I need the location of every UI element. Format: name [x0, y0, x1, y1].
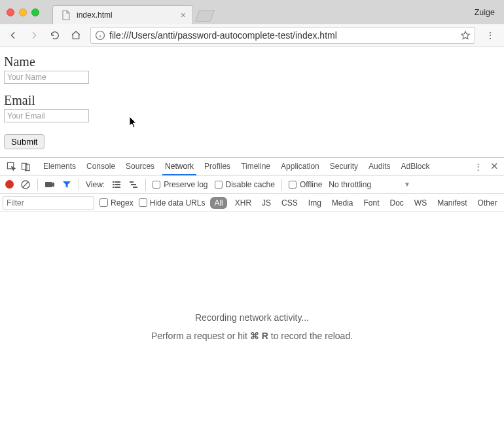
offline-label: Offline [300, 180, 322, 189]
regex-checkbox[interactable]: Regex [99, 198, 134, 208]
devtools-tab-console[interactable]: Console [81, 158, 120, 175]
svg-rect-8 [113, 184, 115, 185]
throttling-dropdown[interactable]: No throttling ▼ [329, 180, 410, 189]
large-rows-icon[interactable] [111, 179, 122, 190]
site-info-icon[interactable] [95, 30, 105, 41]
svg-rect-5 [45, 182, 52, 187]
network-toolbar: View: Preserve log Disable cache Offline… [0, 175, 504, 194]
svg-rect-10 [113, 187, 115, 188]
devtools-tab-adblock[interactable]: AdBlock [395, 158, 435, 175]
svg-rect-9 [115, 184, 120, 185]
address-bar[interactable]: file:///Users/antti/password-autocomplet… [90, 27, 475, 44]
waterfall-icon[interactable] [128, 179, 139, 190]
browser-toolbar: file:///Users/antti/password-autocomplet… [0, 24, 504, 46]
filter-chip-manifest[interactable]: Manifest [435, 197, 469, 209]
separator [145, 179, 146, 191]
devtools-tab-profiles[interactable]: Profiles [199, 158, 236, 175]
hide-data-urls-label: Hide data URLs [150, 198, 206, 208]
bookmark-star-icon[interactable] [460, 30, 471, 41]
filter-chip-font[interactable]: Font [361, 197, 382, 209]
device-toolbar-icon[interactable] [18, 159, 33, 173]
empty-state-prefix: Perform a request or hit [151, 331, 250, 341]
devtools-panel: Elements Console Sources Network Profile… [0, 157, 504, 438]
new-tab-button[interactable] [195, 10, 215, 22]
inspect-element-icon[interactable] [4, 159, 18, 173]
clear-icon[interactable] [20, 179, 31, 190]
regex-input[interactable] [99, 198, 108, 207]
devtools-tab-application[interactable]: Application [276, 158, 325, 175]
svg-rect-7 [115, 181, 120, 183]
disable-cache-checkbox[interactable]: Disable cache [215, 180, 275, 189]
devtools-menu-icon[interactable]: ⋮ [471, 162, 485, 172]
devtools-tab-sources[interactable]: Sources [120, 158, 160, 175]
filter-chip-img[interactable]: Img [306, 197, 324, 209]
filter-input[interactable] [3, 196, 94, 210]
hide-data-urls-input[interactable] [139, 198, 147, 207]
window-close-button[interactable] [7, 9, 14, 16]
window-minimize-button[interactable] [19, 9, 27, 16]
devtools-tab-network[interactable]: Network [160, 158, 199, 175]
browser-menu-button[interactable]: ⋮ [480, 30, 500, 41]
filter-chip-media[interactable]: Media [329, 197, 356, 209]
email-label: Email [4, 93, 500, 108]
filter-chip-doc[interactable]: Doc [387, 197, 406, 209]
devtools-tab-timeline[interactable]: Timeline [236, 158, 276, 175]
empty-state-suffix: to record the reload. [268, 331, 353, 341]
url-text: file:///Users/antti/password-autocomplet… [109, 30, 456, 41]
browser-tabs: index.html × [52, 0, 213, 24]
window-controls [0, 9, 46, 16]
empty-state-subtext: Perform a request or hit ⌘ R to record t… [151, 331, 353, 341]
email-field-block: Email [4, 93, 500, 122]
disable-cache-label: Disable cache [226, 180, 275, 189]
network-filter-bar: Regex Hide data URLs All XHR JS CSS Img … [0, 194, 504, 212]
preserve-log-checkbox[interactable]: Preserve log [153, 180, 207, 189]
page-content: Name Email Submit [0, 46, 504, 157]
filter-chip-ws[interactable]: WS [412, 197, 429, 209]
preserve-log-label: Preserve log [164, 180, 207, 189]
record-button[interactable] [5, 180, 14, 189]
devtools-tab-audits[interactable]: Audits [363, 158, 395, 175]
empty-state-shortcut: ⌘ R [250, 331, 268, 341]
svg-rect-11 [115, 187, 120, 188]
reload-button[interactable] [46, 26, 64, 45]
regex-label: Regex [111, 198, 134, 208]
svg-rect-14 [133, 187, 137, 188]
network-empty-state: Recording network activity... Perform a … [0, 212, 504, 438]
filter-chip-css[interactable]: CSS [279, 197, 300, 209]
svg-rect-13 [131, 184, 136, 185]
filter-chip-js[interactable]: JS [259, 197, 274, 209]
separator [281, 179, 282, 191]
file-icon [61, 10, 71, 20]
tab-close-icon[interactable]: × [181, 10, 186, 20]
separator [37, 179, 38, 191]
home-button[interactable] [67, 26, 85, 45]
submit-button[interactable]: Submit [4, 134, 45, 149]
name-input[interactable] [4, 71, 89, 84]
svg-rect-12 [130, 181, 134, 183]
preserve-log-input[interactable] [153, 181, 160, 189]
profile-name[interactable]: Zuige [475, 8, 495, 17]
filter-chip-all[interactable]: All [210, 197, 226, 209]
name-label: Name [4, 54, 500, 69]
separator [79, 179, 79, 191]
devtools-close-icon[interactable]: ✕ [489, 160, 500, 172]
filter-chip-other[interactable]: Other [475, 197, 500, 209]
browser-tab-active[interactable]: index.html × [52, 5, 193, 24]
devtools-tab-security[interactable]: Security [325, 158, 363, 175]
window-maximize-button[interactable] [31, 9, 39, 16]
hide-data-urls-checkbox[interactable]: Hide data URLs [139, 198, 206, 208]
filter-toggle-icon[interactable] [62, 179, 72, 190]
disable-cache-input[interactable] [215, 181, 223, 189]
forward-button[interactable] [25, 26, 43, 45]
screenshot-icon[interactable] [45, 179, 55, 190]
devtools-tab-elements[interactable]: Elements [38, 158, 81, 175]
name-field-block: Name [4, 54, 500, 84]
offline-checkbox[interactable]: Offline [289, 180, 322, 189]
back-button[interactable] [4, 26, 22, 45]
email-input[interactable] [4, 109, 89, 122]
throttling-value: No throttling [329, 180, 371, 189]
filter-chip-xhr[interactable]: XHR [232, 197, 254, 209]
window-titlebar: index.html × Zuige [0, 0, 504, 24]
devtools-tabs: Elements Console Sources Network Profile… [0, 158, 504, 175]
offline-input[interactable] [289, 181, 297, 189]
